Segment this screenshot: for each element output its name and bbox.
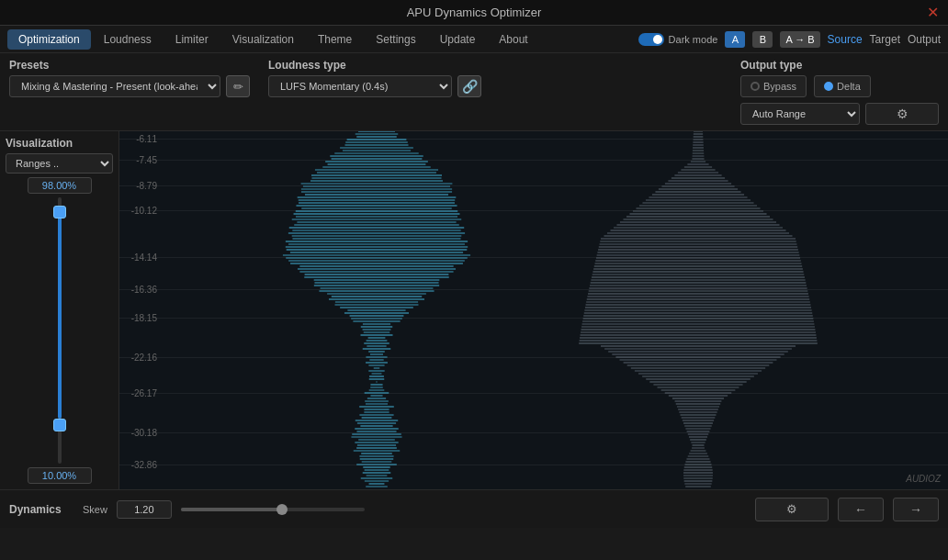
presets-label: Presets [9,59,250,72]
prev-button[interactable]: ← [838,498,884,521]
output-label-ctrl: Output type [740,59,939,72]
btn-a[interactable]: A [725,31,745,48]
btn-ab[interactable]: A → B [780,31,819,48]
preset-edit-button[interactable]: ✏ [226,75,250,97]
slider-thumb-bottom[interactable] [53,419,66,431]
viz-label: Visualization [6,137,73,150]
tab-optimization[interactable]: Optimization [7,29,91,50]
target-label[interactable]: Target [870,33,900,46]
waveform-svg [119,131,948,489]
nav-right: Dark mode A B A → B Source Target Output [638,31,941,48]
loudness-group: Loudness type LUFS Momentary (0.4s) 🔗 [268,59,481,97]
output-range-row: Auto Range ⚙ [740,103,939,125]
tab-update[interactable]: Update [429,29,487,50]
presets-row: Mixing & Mastering - Present (look-ahead… [9,75,250,97]
navbar: Optimization Loudness Limiter Visualizat… [0,26,948,53]
delta-label: Delta [837,81,861,92]
loudness-link-button[interactable]: 🔗 [457,75,481,97]
presets-group: Presets Mixing & Mastering - Present (lo… [9,59,250,97]
bypass-dot [750,82,760,91]
ranges-select[interactable]: Ranges .. [6,153,113,174]
output-radio-row: Bypass Delta [740,75,939,97]
tab-visualization[interactable]: Visualization [221,29,305,50]
dark-mode-label: Dark mode [669,34,718,45]
preset-select[interactable]: Mixing & Mastering - Present (look-ahead… [9,75,220,97]
btn-b[interactable]: B [752,31,773,48]
loudness-row: LUFS Momentary (0.4s) 🔗 [268,75,481,97]
skew-label: Skew [83,504,107,515]
audioz-watermark: AUDIOZ [906,474,941,484]
app-title: APU Dynamics Optimizer [407,6,542,19]
title-bar: APU Dynamics Optimizer ✕ [0,0,948,26]
skew-slider-fill [181,508,282,511]
loudness-label: Loudness type [268,59,481,72]
bottom-bar: Dynamics Skew 1.20 ⚙ ← → [0,489,948,528]
bypass-label: Bypass [763,81,796,92]
slider-thumb-top[interactable] [53,206,66,218]
skew-slider[interactable] [181,508,365,511]
nav-tabs: Optimization Loudness Limiter Visualizat… [7,29,539,50]
loudness-select[interactable]: LUFS Momentary (0.4s) [268,75,452,97]
dark-mode-toggle[interactable]: Dark mode [638,33,718,46]
output-gear-button[interactable]: ⚙ [865,103,939,125]
slider-fill [58,211,62,419]
output-label[interactable]: Output [908,33,941,46]
dynamics-gear-button[interactable]: ⚙ [755,498,829,521]
next-button[interactable]: → [893,498,939,521]
delta-radio[interactable]: Delta [814,75,871,97]
source-label[interactable]: Source [828,33,863,46]
skew-slider-thumb[interactable] [276,504,288,515]
close-button[interactable]: ✕ [927,4,939,21]
range-select[interactable]: Auto Range [740,103,860,125]
tab-settings[interactable]: Settings [365,29,426,50]
left-panel: Visualization Ranges .. 98.00% 10.00% [0,131,119,489]
tab-about[interactable]: About [488,29,538,50]
viz-section: Visualization Ranges .. 98.00% 10.00% -6… [0,131,948,489]
tab-loudness[interactable]: Loudness [93,29,163,50]
slider-top-value: 98.00% [28,177,92,194]
viz-canvas: -6.11-7.45-8.79-10.12-14.14-16.36-18.15-… [119,131,948,489]
dynamics-label: Dynamics [9,503,73,516]
tab-theme[interactable]: Theme [307,29,363,50]
delta-dot [824,82,833,91]
output-group: Output type Bypass Delta Auto Range ⚙ [740,59,939,125]
vertical-slider[interactable] [52,197,67,464]
controls-area: Presets Mixing & Mastering - Present (lo… [0,53,948,131]
tab-limiter[interactable]: Limiter [164,29,220,50]
skew-value[interactable]: 1.20 [117,500,172,519]
dark-mode-switch[interactable] [638,33,664,46]
slider-bottom-value: 10.00% [28,467,92,484]
bypass-radio[interactable]: Bypass [740,75,807,97]
